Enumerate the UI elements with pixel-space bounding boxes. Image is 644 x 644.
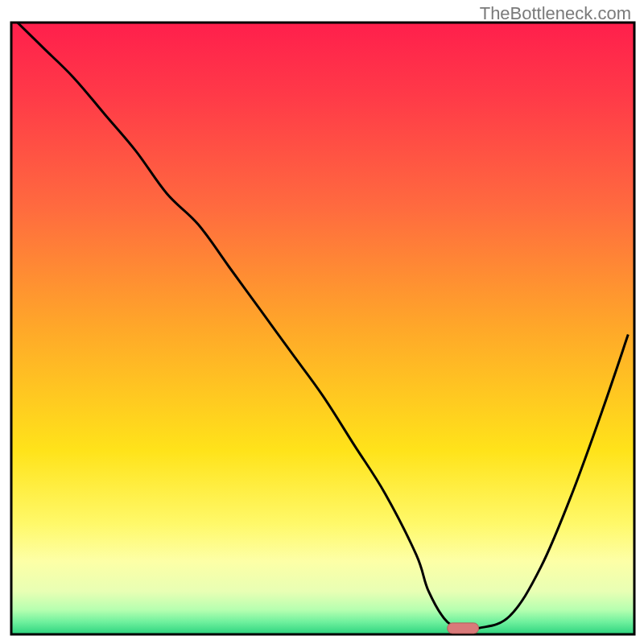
watermark-text: TheBottleneck.com (480, 3, 631, 24)
bottleneck-chart (0, 0, 644, 644)
optimal-marker (448, 623, 479, 634)
chart-container: TheBottleneck.com (0, 0, 644, 644)
